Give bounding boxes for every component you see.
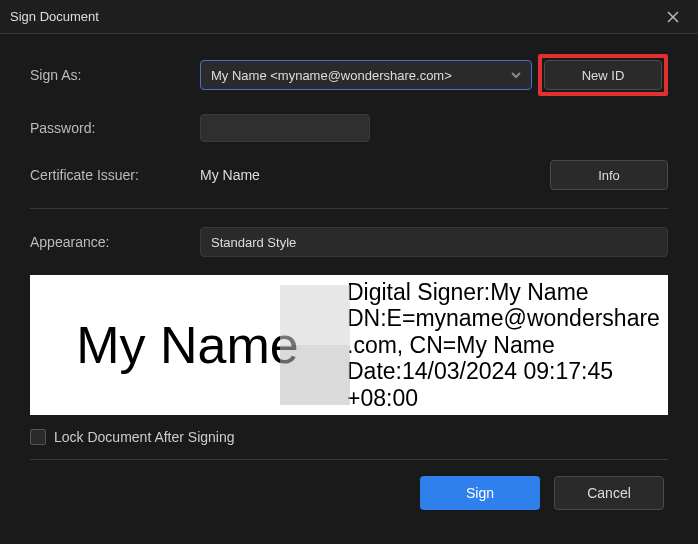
tutorial-highlight: New ID bbox=[538, 54, 668, 96]
lock-document-checkbox[interactable] bbox=[30, 429, 46, 445]
certificate-issuer-label: Certificate Issuer: bbox=[30, 167, 200, 183]
divider bbox=[30, 208, 668, 209]
lock-document-label: Lock Document After Signing bbox=[54, 429, 235, 445]
cancel-button[interactable]: Cancel bbox=[554, 476, 664, 510]
preview-signer-line: Digital Signer:My Name bbox=[347, 279, 589, 305]
titlebar: Sign Document bbox=[0, 0, 698, 34]
sign-as-value: My Name <myname@wondershare.com> bbox=[211, 68, 511, 83]
appearance-label: Appearance: bbox=[30, 234, 200, 250]
preview-display-name: My Name bbox=[76, 315, 298, 375]
appearance-select[interactable]: Standard Style bbox=[200, 227, 668, 257]
password-label: Password: bbox=[30, 120, 200, 136]
password-input[interactable] bbox=[200, 114, 370, 142]
sign-as-label: Sign As: bbox=[30, 67, 200, 83]
appearance-value: Standard Style bbox=[211, 235, 296, 250]
preview-date-line: Date:14/03/2024 09:17:45 +08:00 bbox=[347, 358, 613, 410]
close-icon bbox=[667, 11, 679, 23]
window-title: Sign Document bbox=[10, 9, 99, 24]
preview-name-display: My Name bbox=[30, 275, 345, 415]
new-id-button[interactable]: New ID bbox=[544, 60, 662, 90]
sign-button[interactable]: Sign bbox=[420, 476, 540, 510]
watermark-icon bbox=[280, 285, 350, 405]
sign-as-select[interactable]: My Name <myname@wondershare.com> bbox=[200, 60, 532, 90]
dialog-footer: Sign Cancel bbox=[30, 476, 668, 510]
close-button[interactable] bbox=[658, 2, 688, 32]
certificate-issuer-value: My Name bbox=[200, 167, 260, 183]
preview-dn-line: DN:E=myname@wondershare.com, CN=My Name bbox=[347, 305, 660, 357]
preview-details: Digital Signer:My Name DN:E=myname@wonde… bbox=[345, 275, 668, 415]
signature-preview: My Name Digital Signer:My Name DN:E=myna… bbox=[30, 275, 668, 415]
info-button[interactable]: Info bbox=[550, 160, 668, 190]
divider bbox=[30, 459, 668, 460]
chevron-down-icon bbox=[511, 68, 521, 83]
